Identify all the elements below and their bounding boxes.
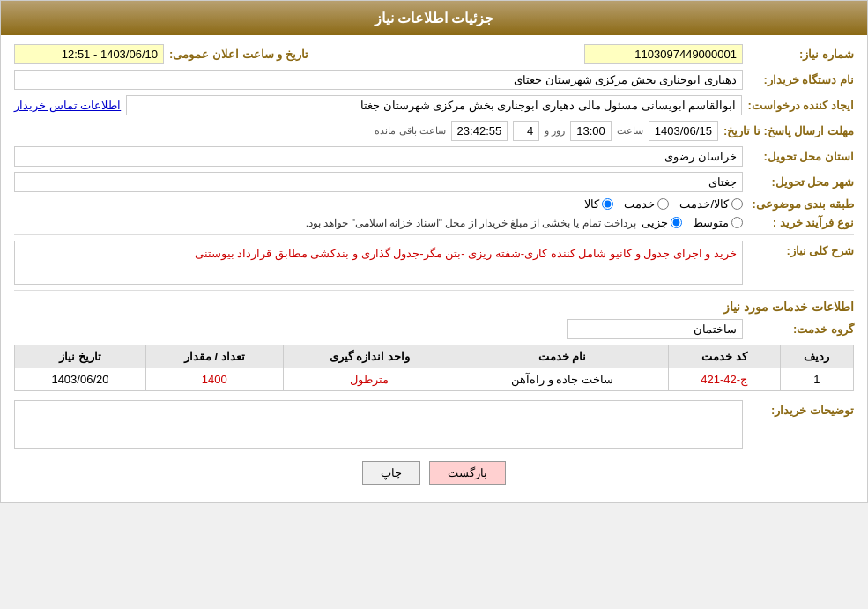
purchase-type-label-medium: متوسط: [693, 216, 729, 229]
page-title: جزئیات اطلاعات نیاز: [375, 11, 494, 26]
category-option-label-khedmat: خدمت: [624, 197, 655, 211]
deadline-time: 13:00: [570, 121, 612, 141]
purchase-type-partial: جزیی: [642, 216, 682, 229]
category-radio-khedmat[interactable]: [657, 198, 669, 210]
purchase-type-radio-medium[interactable]: [731, 217, 743, 228]
province-label: استان محل تحویل:: [748, 150, 854, 163]
purchase-type-note: پرداخت تمام یا بخشی از مبلغ خریدار از مح…: [306, 217, 636, 229]
category-option-kala-khedmat: کالا/خدمت: [679, 197, 743, 211]
creator-label: ایجاد کننده درخواست:: [747, 99, 854, 112]
province-value: خراسان رضوی: [14, 146, 743, 167]
cell-quantity: 1400: [145, 368, 283, 391]
cell-name: ساخت جاده و راه‌آهن: [456, 368, 668, 391]
service-group-value: ساختمان: [567, 319, 743, 339]
need-number-label: شماره نیاز:: [748, 48, 854, 61]
purchase-type-radio-partial[interactable]: [671, 217, 682, 228]
page-header: جزئیات اطلاعات نیاز: [1, 1, 867, 35]
deadline-remaining-label: ساعت باقی مانده: [375, 125, 445, 137]
buyer-notes-input[interactable]: [14, 400, 743, 449]
buyer-org-row: نام دستگاه خریدار: دهیاری ابوجناری بخش م…: [14, 70, 854, 90]
contact-link[interactable]: اطلاعات تماس خریدار: [14, 99, 121, 112]
deadline-days-label: روز و: [545, 125, 565, 137]
buyer-notes-label: توضیحات خریدار:: [748, 400, 854, 417]
description-label: شرح کلی نیاز:: [748, 241, 854, 257]
category-row: طبقه بندی موضوعی: کالا/خدمت خدمت کالا طب…: [14, 197, 854, 211]
purchase-type-label-partial: جزیی: [642, 216, 668, 229]
category-options: کالا/خدمت خدمت کالا: [584, 197, 743, 211]
col-header-name: نام خدمت: [456, 345, 668, 368]
buyer-org-label: نام دستگاه خریدار:: [748, 73, 854, 86]
category-radio-kala-khedmat[interactable]: [731, 198, 743, 210]
purchase-type-label: نوع فرآیند خرید :: [748, 216, 854, 229]
category-option-label-kala: کالا: [584, 197, 599, 211]
back-button[interactable]: بازگشت: [429, 461, 506, 485]
cell-date: 1403/06/20: [15, 368, 146, 391]
deadline-time-label: ساعت: [617, 125, 643, 137]
service-group-row: گروه خدمت: ساختمان: [14, 319, 854, 339]
buyer-org-value: دهیاری ابوجناری بخش مرکزی شهرستان جغتای: [14, 70, 743, 90]
cell-row: 1: [780, 368, 853, 391]
category-option-khedmat: خدمت: [624, 197, 669, 211]
description-row: شرح کلی نیاز: خرید و اجرای جدول و کانیو …: [14, 241, 854, 285]
purchase-type-row: نوع فرآیند خرید : متوسط جزیی پرداخت تمام…: [14, 216, 854, 229]
city-label: شهر محل تحویل:: [748, 175, 854, 189]
deadline-row: مهلت ارسال پاسخ: تا تاریخ: 1403/06/15 سا…: [14, 121, 854, 141]
col-header-date: تاریخ نیاز: [15, 345, 146, 368]
table-row: 1 ج-42-421 ساخت جاده و راه‌آهن مترطول 14…: [15, 368, 854, 391]
col-header-code: کد خدمت: [668, 345, 780, 368]
category-option-kala: کالا: [584, 197, 613, 211]
cell-code: ج-42-421: [668, 368, 780, 391]
col-header-quantity: تعداد / مقدار: [145, 345, 283, 368]
page-wrapper: جزئیات اطلاعات نیاز شماره نیاز: 11030974…: [0, 0, 868, 503]
purchase-type-medium: متوسط: [693, 216, 743, 229]
need-number-value: 1103097449000001: [584, 44, 743, 64]
city-row: شهر محل تحویل: جغتای: [14, 172, 854, 192]
col-header-row: ردیف: [780, 345, 853, 368]
city-value: جغتای: [14, 172, 743, 192]
category-label: طبقه بندی موضوعی:: [748, 197, 854, 211]
service-group-label: گروه خدمت:: [748, 323, 854, 336]
deadline-label: مهلت ارسال پاسخ: تا تاریخ:: [723, 124, 854, 137]
table-header-row: ردیف کد خدمت نام خدمت واحد اندازه گیری ت…: [15, 345, 854, 368]
deadline-remaining: 23:42:55: [451, 121, 508, 141]
services-section-title: اطلاعات خدمات مورد نیاز: [14, 300, 854, 314]
divider-1: [14, 234, 854, 235]
province-row: استان محل تحویل: خراسان رضوی: [14, 146, 854, 167]
buyer-notes-row: توضیحات خریدار:: [14, 400, 854, 449]
need-number-row: شماره نیاز: 1103097449000001 تاریخ و ساع…: [14, 44, 854, 64]
divider-2: [14, 290, 854, 291]
purchase-type-options: متوسط جزیی: [642, 216, 743, 229]
cell-unit: مترطول: [283, 368, 456, 391]
content-area: شماره نیاز: 1103097449000001 تاریخ و ساع…: [1, 35, 867, 502]
category-radio-kala[interactable]: [602, 198, 613, 210]
creator-row: ایجاد کننده درخواست: ابوالقاسم ابویسانی …: [14, 95, 854, 115]
category-option-label-kala-khedmat: کالا/خدمت: [679, 197, 729, 211]
creator-value: ابوالقاسم ابویسانی مسئول مالی دهیاری ابو…: [126, 95, 742, 115]
deadline-date: 1403/06/15: [649, 121, 718, 141]
col-header-unit: واحد اندازه گیری: [283, 345, 456, 368]
date-label: تاریخ و ساعت اعلان عمومی:: [169, 48, 308, 61]
services-table: ردیف کد خدمت نام خدمت واحد اندازه گیری ت…: [14, 345, 854, 391]
buttons-row: بازگشت چاپ: [14, 461, 854, 485]
date-value: 1403/06/10 - 12:51: [14, 44, 164, 64]
deadline-days: 4: [513, 121, 539, 141]
print-button[interactable]: چاپ: [362, 461, 420, 485]
description-value: خرید و اجرای جدول و کانیو شامل کننده کار…: [14, 241, 743, 285]
